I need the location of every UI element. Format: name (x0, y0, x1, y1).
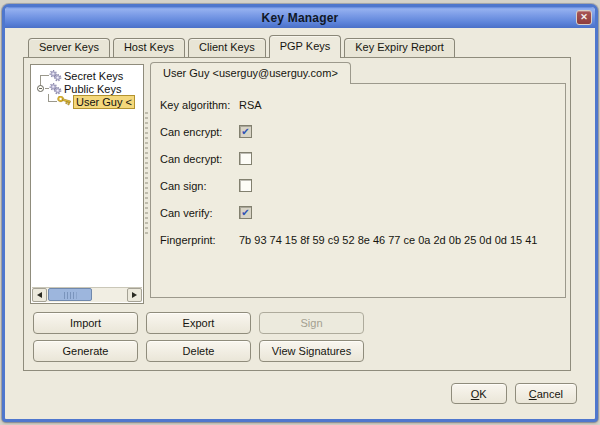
detail-row-can-decrypt: Can decrypt: (151, 145, 565, 172)
detail-row-can-encrypt: Can encrypt:✔ (151, 118, 565, 145)
scroll-right-button[interactable] (127, 288, 142, 302)
action-buttons: ImportExportSignGenerateDeleteView Signa… (33, 312, 364, 362)
sign-button: Sign (259, 312, 364, 334)
cancel-button[interactable]: Cancel (515, 383, 577, 404)
tree-item-label[interactable]: Secret Keys (64, 70, 123, 82)
key-tree: Secret KeysPublic KeysUser Guy < (30, 64, 144, 304)
checkbox-can-verify[interactable]: ✔ (239, 206, 252, 219)
check-icon: ✔ (241, 126, 249, 137)
import-button[interactable]: Import (33, 312, 138, 334)
tab-pgp-keys[interactable]: PGP Keys (269, 35, 342, 58)
arrow-right-icon (132, 292, 137, 298)
field-label: Can decrypt: (160, 153, 239, 165)
close-icon: ✕ (580, 12, 588, 22)
dialog-buttons: OKCancel (451, 383, 577, 404)
tab-bar: Server KeysHost KeysClient KeysPGP KeysK… (28, 34, 458, 57)
field-label: Can verify: (160, 207, 239, 219)
key-details-panel: Key algorithm:RSACan encrypt:✔Can decryp… (150, 83, 566, 298)
checkbox-can-decrypt[interactable] (239, 152, 252, 165)
check-icon: ✔ (241, 207, 249, 218)
field-label: Key algorithm: (160, 99, 239, 111)
ok-button[interactable]: OK (451, 383, 507, 404)
tree-item-user-guy[interactable]: User Guy < (32, 95, 142, 108)
delete-button[interactable]: Delete (146, 340, 251, 362)
field-label: Fingerprint: (160, 234, 239, 246)
field-label: Can encrypt: (160, 126, 239, 138)
gold-key-icon (57, 96, 71, 107)
window-title: Key Manager (262, 11, 339, 25)
scrollbar-track[interactable] (47, 288, 127, 302)
tab-client-keys[interactable]: Client Keys (188, 38, 266, 57)
tree-item-secret-keys[interactable]: Secret Keys (32, 69, 142, 82)
tab-key-expiry-report[interactable]: Key Expiry Report (344, 38, 455, 57)
tree-item-label[interactable]: User Guy < (73, 95, 135, 109)
key-manager-window: Key Manager ✕ Server KeysHost KeysClient… (2, 4, 598, 422)
tree-rows: Secret KeysPublic KeysUser Guy < (32, 66, 142, 287)
key-pair-icon (49, 70, 62, 82)
view-signatures-button[interactable]: View Signatures (259, 340, 364, 362)
tree-item-public-keys[interactable]: Public Keys (32, 82, 142, 95)
detail-row-key-algorithm: Key algorithm:RSA (151, 91, 565, 118)
field-label: Can sign: (160, 180, 239, 192)
field-value: 7b 93 74 15 8f 59 c9 52 8e 46 77 ce 0a 2… (239, 234, 537, 246)
key-pair-icon (49, 83, 62, 95)
detail-row-can-verify: Can verify:✔ (151, 199, 565, 226)
generate-button[interactable]: Generate (33, 340, 138, 362)
arrow-left-icon (37, 292, 42, 298)
scrollbar-thumb[interactable] (48, 288, 92, 301)
export-button[interactable]: Export (146, 312, 251, 334)
close-button[interactable]: ✕ (576, 10, 592, 25)
tree-item-label[interactable]: Public Keys (64, 83, 121, 95)
scroll-left-button[interactable] (32, 288, 47, 302)
tree-horizontal-scrollbar[interactable] (32, 287, 142, 302)
field-value: RSA (239, 99, 262, 111)
splitter-handle[interactable] (145, 112, 148, 237)
tab-server-keys[interactable]: Server Keys (28, 38, 110, 57)
title-bar[interactable]: Key Manager ✕ (5, 7, 595, 28)
detail-row-can-sign: Can sign: (151, 172, 565, 199)
checkbox-can-encrypt[interactable]: ✔ (239, 125, 252, 138)
checkbox-can-sign[interactable] (239, 179, 252, 192)
detail-row-fingerprint: Fingerprint:7b 93 74 15 8f 59 c9 52 8e 4… (151, 226, 565, 253)
tab-host-keys[interactable]: Host Keys (113, 38, 185, 57)
detail-tab[interactable]: User Guy <userguy@userguy.com> (150, 62, 351, 84)
